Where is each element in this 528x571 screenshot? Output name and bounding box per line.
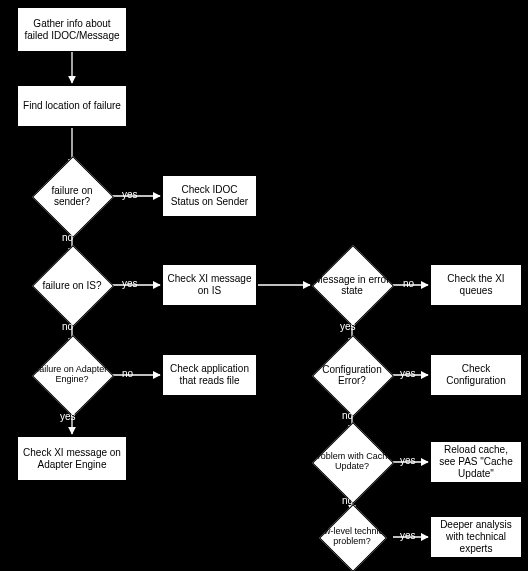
box-findloc: Find location of failure — [17, 85, 127, 127]
box-check-xi-ae: Check XI message on Adapter Engine — [17, 436, 127, 481]
box-reload-cache: Reload cache, see PAS "Cache Update" — [430, 441, 522, 483]
box-check-app-label: Check application that reads file — [167, 363, 252, 387]
diamond-fail-sender — [32, 156, 114, 238]
diamond-msg-err — [312, 245, 394, 327]
box-check-xi-ae-label: Check XI message on Adapter Engine — [22, 447, 122, 471]
label-conf-err-no: no — [342, 410, 353, 421]
box-gather: Gather info about failed IDOC/Message — [17, 7, 127, 52]
box-check-app: Check application that reads file — [162, 354, 257, 396]
box-check-xi-queues: Check the XI queues — [430, 264, 522, 306]
label-msg-err-no: no — [403, 278, 414, 289]
diamond-lowlevel — [319, 504, 387, 571]
box-check-xi-is-label: Check XI message on IS — [167, 273, 252, 297]
label-cache-yes: yes — [400, 455, 416, 466]
diamond-fail-ae — [32, 335, 114, 417]
box-findloc-label: Find location of failure — [23, 100, 121, 112]
box-check-idoc: Check IDOC Status on Sender — [162, 175, 257, 217]
box-check-idoc-label: Check IDOC Status on Sender — [167, 184, 252, 208]
label-fail-is-yes: yes — [122, 278, 138, 289]
box-deeper: Deeper analysis with technical experts — [430, 516, 522, 558]
box-reload-cache-label: Reload cache, see PAS "Cache Update" — [435, 444, 517, 480]
label-cache-no: no — [342, 495, 353, 506]
box-deeper-label: Deeper analysis with technical experts — [435, 519, 517, 555]
box-gather-label: Gather info about failed IDOC/Message — [22, 18, 122, 42]
label-fail-ae-no: no — [122, 368, 133, 379]
label-fail-ae-yes: yes — [60, 411, 76, 422]
label-lowlevel-yes: yes — [400, 530, 416, 541]
label-conf-err-yes: yes — [400, 368, 416, 379]
label-fail-sender-yes: yes — [122, 189, 138, 200]
diamond-conf-err — [312, 335, 394, 417]
diamond-fail-is — [32, 245, 114, 327]
label-fail-is-no: no — [62, 321, 73, 332]
box-check-xi-is: Check XI message on IS — [162, 264, 257, 306]
box-check-config: Check Configuration — [430, 354, 522, 396]
label-fail-sender-no: no — [62, 232, 73, 243]
box-check-config-label: Check Configuration — [435, 363, 517, 387]
label-msg-err-yes: yes — [340, 321, 356, 332]
flowchart-canvas: Gather info about failed IDOC/Message Fi… — [0, 0, 528, 571]
diamond-cache-upd — [312, 422, 394, 504]
box-check-xi-queues-label: Check the XI queues — [435, 273, 517, 297]
